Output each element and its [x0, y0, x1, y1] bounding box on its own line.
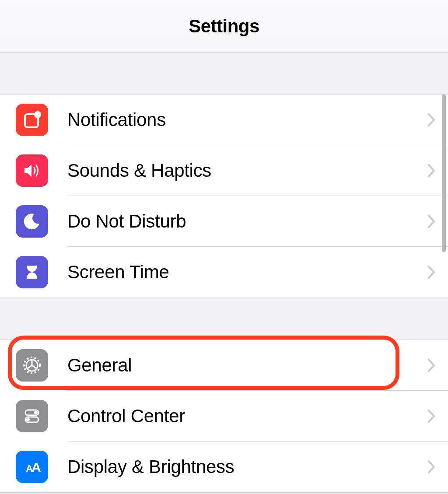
toggles-icon [16, 400, 48, 432]
row-notifications[interactable]: Notifications [0, 95, 448, 145]
gear-icon [16, 349, 48, 382]
row-screen-time[interactable]: Screen Time [0, 247, 448, 298]
settings-group-2: General Control Center A A Display [0, 340, 448, 493]
row-sounds-haptics[interactable]: Sounds & Haptics [0, 145, 448, 196]
chevron-right-icon [428, 215, 436, 228]
settings-group-1: Notifications Sounds & Haptics Do Not Di… [0, 94, 448, 298]
svg-point-8 [34, 411, 38, 414]
section-spacer [0, 53, 448, 94]
scrollbar[interactable] [442, 95, 446, 252]
row-do-not-disturb[interactable]: Do Not Disturb [0, 196, 448, 247]
svg-line-6 [28, 365, 32, 368]
svg-text:A: A [32, 460, 41, 474]
moon-icon [16, 205, 48, 238]
header-bar: Settings [0, 0, 448, 53]
speaker-icon [16, 154, 48, 187]
row-label: Sounds & Haptics [67, 160, 428, 181]
row-label: Notifications [67, 109, 428, 130]
row-display-brightness[interactable]: A A Display & Brightness [0, 441, 448, 492]
chevron-right-icon [428, 266, 436, 279]
row-label: Control Center [67, 406, 428, 427]
chevron-right-icon [428, 164, 436, 177]
svg-line-5 [32, 365, 36, 368]
row-general[interactable]: General [0, 340, 448, 391]
hourglass-icon [16, 256, 48, 288]
chevron-right-icon [428, 410, 436, 423]
chevron-right-icon [428, 113, 436, 126]
section-spacer [0, 298, 448, 340]
row-control-center[interactable]: Control Center [0, 391, 448, 441]
chevron-right-icon [428, 460, 436, 473]
notifications-icon [16, 104, 48, 136]
svg-point-10 [26, 418, 30, 421]
row-label: Display & Brightness [67, 456, 428, 477]
row-label: Do Not Disturb [67, 211, 428, 232]
text-size-icon: A A [16, 451, 48, 483]
row-label: Screen Time [67, 262, 428, 283]
page-title: Settings [189, 16, 259, 37]
chevron-right-icon [428, 359, 436, 372]
svg-point-1 [34, 111, 41, 118]
row-label: General [67, 355, 428, 376]
